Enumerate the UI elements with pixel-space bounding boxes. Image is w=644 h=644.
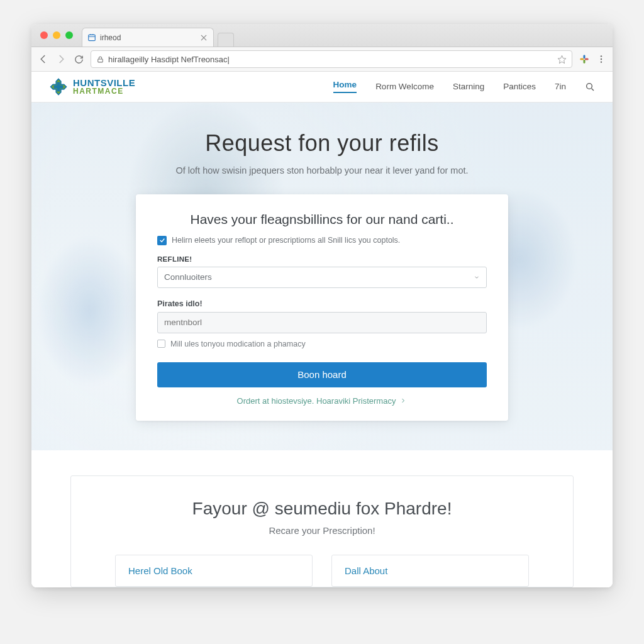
refline-select[interactable]: Connluoiters: [157, 267, 487, 288]
close-window-icon[interactable]: [40, 31, 48, 39]
browser-window: irheod: [31, 24, 613, 587]
new-tab-button[interactable]: [218, 33, 234, 47]
chevron-down-icon: [474, 274, 480, 280]
logo-text: HUNTSVILLE HARTMACE: [73, 78, 135, 95]
logo-cross-icon: [49, 77, 68, 96]
lock-icon: [96, 55, 104, 64]
pirates-input[interactable]: [157, 312, 487, 333]
secondary-section: Fayour @ seumediu fox Phardre! Recare yo…: [31, 450, 613, 587]
svg-rect-9: [584, 60, 586, 64]
refill-form-card: Haves your fleagnsbillincs for our nand …: [136, 194, 508, 421]
close-tab-icon[interactable]: [199, 33, 208, 42]
hero-section: Request fon your refils Of loft how swis…: [31, 103, 613, 450]
nav-home[interactable]: Home: [333, 80, 357, 93]
browser-menu-icon[interactable]: [596, 54, 606, 64]
alt-order-link[interactable]: Ordert at hiostevsiye. Hoaraviki Prister…: [157, 396, 487, 406]
secondary-panel: Fayour @ seumediu fox Phardre! Recare yo…: [70, 475, 574, 587]
hero-subtitle: Of loft how swisin jpequers ston horbabl…: [31, 165, 613, 175]
arrow-left-icon: [38, 53, 49, 65]
tab-title: irheod: [100, 33, 196, 42]
reload-icon: [74, 54, 84, 65]
nav-tin[interactable]: 7in: [555, 82, 566, 91]
link-card-2[interactable]: Dall About: [331, 555, 529, 587]
logo-line-2: HARTMACE: [73, 87, 135, 95]
svg-rect-6: [98, 58, 103, 62]
logo-line-1: HUNTSVILLE: [73, 78, 135, 87]
svg-marker-7: [558, 55, 566, 64]
back-button[interactable]: [38, 53, 49, 65]
address-bar[interactable]: [91, 50, 572, 68]
svg-point-13: [601, 58, 602, 60]
svg-rect-16: [54, 85, 64, 88]
maximize-window-icon[interactable]: [65, 31, 73, 39]
forward-button[interactable]: [55, 53, 67, 65]
favicon-icon: [87, 33, 96, 42]
select-value: Connluoiters: [164, 272, 212, 282]
link-card-1[interactable]: Herel Old Book: [115, 555, 313, 587]
arrow-right-icon: [55, 53, 67, 65]
select-label: REFLINE!: [157, 255, 487, 263]
alt-link-text: Ordert at hiostevsiye. Hoaraviki Prister…: [237, 396, 396, 406]
url-input[interactable]: [108, 55, 553, 64]
tab-strip: irheod: [31, 24, 613, 47]
submit-button[interactable]: Boon hoard: [157, 362, 487, 387]
nav-starning[interactable]: Starning: [453, 82, 484, 91]
section2-heading: Fayour @ seumediu fox Phardre!: [115, 499, 529, 519]
window-controls: [40, 31, 73, 39]
reload-button[interactable]: [73, 53, 84, 65]
svg-rect-10: [580, 58, 584, 60]
svg-rect-0: [89, 35, 96, 40]
svg-line-18: [592, 89, 594, 91]
hero-title: Request fon your refils: [31, 130, 613, 157]
extension-icon[interactable]: [579, 53, 590, 65]
option-row[interactable]: Mill ules tonyou modication a phamacy: [157, 340, 487, 348]
arrow-right-small-icon: [399, 397, 407, 404]
checkbox-checked-icon[interactable]: [157, 236, 167, 245]
section2-subheading: Recare your Prescription!: [115, 525, 529, 536]
link-columns: Herel Old Book Dall About: [115, 555, 529, 587]
input-label: Pirates idlo!: [157, 299, 487, 308]
svg-point-12: [601, 55, 602, 57]
nav-pantices[interactable]: Pantices: [503, 82, 536, 91]
form-check-row[interactable]: Helirn eleets your reflopt or prescripti…: [157, 236, 487, 245]
nav-welcome[interactable]: Rorm Welcome: [375, 82, 434, 91]
main-nav: Home Rorm Welcome Starning Pantices 7in: [333, 80, 595, 93]
svg-point-17: [587, 84, 592, 89]
svg-point-14: [601, 61, 602, 62]
search-icon[interactable]: [585, 82, 595, 92]
browser-tab[interactable]: irheod: [82, 28, 214, 47]
svg-rect-11: [585, 58, 589, 60]
bookmark-star-icon[interactable]: [557, 55, 567, 64]
form-check-text: Helirn eleets your reflopt or prescripti…: [172, 236, 400, 245]
svg-rect-8: [584, 55, 586, 58]
form-heading: Haves your fleagnsbillincs for our nand …: [157, 212, 487, 227]
site-header: HUNTSVILLE HARTMACE Home Rorm Welcome St…: [31, 72, 613, 103]
browser-toolbar: [31, 47, 613, 72]
option-text: Mill ules tonyou modication a phamacy: [170, 340, 306, 348]
checkbox-unchecked-icon[interactable]: [157, 340, 165, 348]
site-logo[interactable]: HUNTSVILLE HARTMACE: [49, 77, 135, 96]
minimize-window-icon[interactable]: [53, 31, 60, 39]
